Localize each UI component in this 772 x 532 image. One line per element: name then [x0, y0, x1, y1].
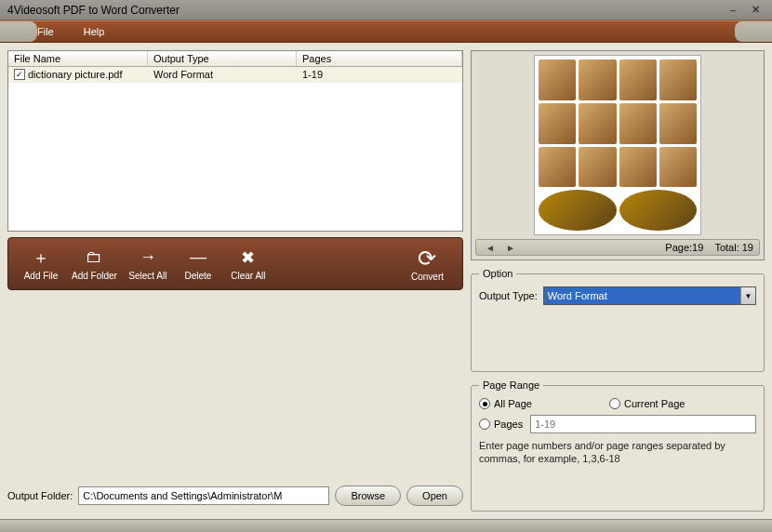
page-indicator: Page:19 Total: 19 [665, 242, 753, 253]
minus-icon: — [187, 246, 209, 269]
menu-file[interactable]: File [22, 26, 69, 37]
menu-help[interactable]: Help [69, 26, 120, 37]
window-title: 4Videosoft PDF to Word Converter [7, 4, 720, 17]
preview-thumb [539, 147, 576, 188]
prev-page-button[interactable]: ◄ [482, 243, 499, 253]
option-legend: Option [479, 268, 516, 279]
delete-button[interactable]: — Delete [173, 245, 223, 283]
pages-input[interactable] [530, 415, 756, 433]
right-column: ◄ ► Page:19 Total: 19 Option Output Type… [471, 50, 765, 512]
row-checkbox[interactable]: ✓ [14, 69, 25, 80]
browse-button[interactable]: Browse [335, 485, 401, 506]
pdf-page-preview [534, 55, 701, 235]
radio-icon [609, 398, 620, 409]
refresh-icon: ⟳ [418, 246, 436, 272]
row-pages: 1-19 [297, 67, 462, 82]
convert-button[interactable]: ⟳ Convert [400, 244, 455, 284]
arrow-right-icon: → [137, 246, 159, 269]
page-range-legend: Page Range [479, 379, 543, 391]
footer-bar [0, 519, 772, 532]
preview-thumb [619, 147, 657, 188]
add-file-button[interactable]: ＋ Add File [16, 245, 66, 283]
close-button[interactable]: ✕ [746, 4, 765, 17]
output-folder-input[interactable] [78, 486, 329, 505]
preview-thumb [619, 60, 657, 100]
col-output-type[interactable]: Output Type [148, 51, 297, 66]
page-range-group: Page Range All Page Current Page Pages [471, 379, 765, 512]
table-header: File Name Output Type Pages [8, 51, 462, 67]
output-folder-label: Output Folder: [7, 490, 73, 501]
radio-all-page[interactable]: All Page [479, 398, 609, 409]
radio-icon [479, 419, 490, 430]
add-folder-button[interactable]: 🗀 Add Folder [66, 245, 123, 283]
output-type-label: Output Type: [479, 290, 538, 301]
output-type-select[interactable]: Word Format ▼ [543, 286, 756, 305]
folder-plus-icon: 🗀 [83, 246, 105, 269]
minimize-button[interactable]: – [724, 4, 742, 17]
app-window: 4Videosoft PDF to Word Converter – ✕ Fil… [0, 0, 772, 532]
titlebar: 4Videosoft PDF to Word Converter – ✕ [0, 0, 772, 20]
preview-panel: ◄ ► Page:19 Total: 19 [471, 50, 765, 260]
preview-thumb [619, 103, 657, 144]
preview-thumb [579, 103, 616, 144]
plus-icon: ＋ [30, 246, 52, 269]
page-range-hint: Enter page numbers and/or page ranges se… [479, 439, 756, 466]
file-table: File Name Output Type Pages ✓ dictionary… [7, 50, 463, 232]
next-page-button[interactable]: ► [502, 243, 519, 253]
preview-thumb [539, 103, 576, 144]
menubar: File Help [0, 20, 772, 43]
col-pages[interactable]: Pages [297, 51, 462, 66]
preview-thumb [659, 60, 697, 100]
option-group: Option Output Type: Word Format ▼ [471, 268, 765, 372]
radio-current-page[interactable]: Current Page [609, 398, 685, 409]
clear-all-button[interactable]: ✖ Clear All [223, 245, 273, 283]
preview-thumb [659, 147, 697, 188]
table-row[interactable]: ✓ dictionary picture.pdf Word Format 1-1… [8, 67, 462, 83]
output-folder-row: Output Folder: Browse Open [7, 480, 463, 512]
preview-thumb [619, 190, 698, 231]
left-column: File Name Output Type Pages ✓ dictionary… [7, 50, 463, 512]
preview-nav: ◄ ► Page:19 Total: 19 [475, 239, 760, 256]
radio-pages[interactable]: Pages [479, 419, 523, 430]
preview-thumb [659, 103, 697, 144]
select-all-button[interactable]: → Select All [123, 245, 173, 283]
col-file-name[interactable]: File Name [8, 51, 148, 66]
preview-thumb [539, 190, 617, 231]
preview-thumb [579, 60, 616, 100]
row-filename: dictionary picture.pdf [28, 69, 123, 80]
preview-thumb [539, 60, 576, 100]
content-area: File Name Output Type Pages ✓ dictionary… [0, 43, 772, 519]
chevron-down-icon: ▼ [740, 287, 755, 304]
row-output-type: Word Format [148, 67, 297, 82]
open-button[interactable]: Open [406, 485, 463, 506]
radio-icon [479, 398, 490, 409]
preview-thumb [579, 147, 616, 188]
x-icon: ✖ [237, 246, 260, 269]
action-toolbar: ＋ Add File 🗀 Add Folder → Select All — D… [7, 237, 463, 290]
